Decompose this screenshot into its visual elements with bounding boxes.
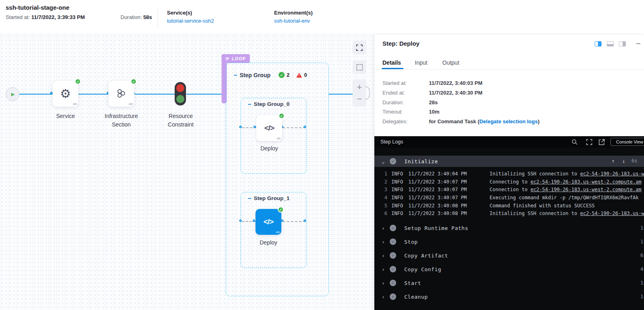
red-light bbox=[176, 84, 184, 92]
log-message: Command finished with status SUCCESS bbox=[490, 202, 595, 210]
log-section-row[interactable]: › ✓ Cleanup 1s bbox=[374, 291, 644, 303]
chevron-down-icon[interactable]: ⌄ bbox=[380, 158, 386, 164]
zoom-in-icon[interactable]: + bbox=[353, 83, 366, 92]
log-line-number: 1 bbox=[379, 170, 387, 178]
pipeline-canvas[interactable]: ▶ ⚙ ✓ </> Service ✓ </> Infrastructure S… bbox=[0, 34, 374, 310]
start-node[interactable]: ▶ bbox=[6, 87, 19, 101]
success-badge-icon: ✓ bbox=[131, 78, 137, 84]
infrastructure-node[interactable]: ✓ </> bbox=[108, 81, 134, 107]
log-message: Connection to ec2-54-190-26-183.us-west-… bbox=[490, 186, 642, 194]
log-level: INFO bbox=[391, 170, 404, 178]
step-group-1-label: Step Group_1 bbox=[254, 195, 290, 201]
step-group-header[interactable]: − Step Group ✓ 2 0 bbox=[234, 72, 307, 78]
log-message: Initializing SSH connection to ec2-54-19… bbox=[490, 170, 644, 178]
collapse-icon[interactable]: − bbox=[234, 72, 237, 78]
log-section-row[interactable]: › ✓ Stop 1s bbox=[374, 236, 644, 248]
flow-line bbox=[19, 94, 53, 95]
log-timestamp: 11/7/2022 3:40:07 PM bbox=[408, 194, 471, 202]
tab-output[interactable]: Output bbox=[442, 59, 459, 66]
step-details-panel: Step: Deploy Details Input Output Starte… bbox=[374, 34, 644, 310]
log-section-row[interactable]: › ✓ Start 1s bbox=[374, 277, 644, 289]
traffic-light-icon[interactable] bbox=[175, 82, 186, 105]
log-sections: › ✓ Setup Runtime Paths 1s › ✓ Stop 1s › bbox=[374, 222, 644, 303]
zoom-out-icon[interactable]: − bbox=[353, 95, 366, 103]
loop-badge[interactable]: ⟳ LOOP bbox=[222, 54, 250, 63]
layout-right-icon[interactable] bbox=[619, 41, 626, 46]
layout-split-icon[interactable] bbox=[595, 41, 602, 46]
section-duration: 4s bbox=[640, 266, 644, 272]
stage-title: ssh-tutorial-stage-one bbox=[6, 4, 70, 11]
console-view-button[interactable]: Console View bbox=[610, 138, 644, 146]
success-badge-icon: ✓ bbox=[278, 207, 284, 213]
canvas-select-button[interactable] bbox=[353, 60, 366, 74]
code-mini-icon: </> bbox=[73, 102, 77, 106]
deploy-node-0[interactable]: </> ✓ </> bbox=[256, 115, 282, 141]
step-logs-title: Step Logs bbox=[380, 139, 403, 145]
step-group-1-header[interactable]: − Step Group_1 bbox=[248, 195, 289, 202]
deploy-node-1-label: Deploy bbox=[250, 238, 287, 247]
green-light bbox=[176, 95, 184, 103]
log-line-number: 5 bbox=[379, 202, 387, 210]
log-section-initialize[interactable]: ⌄ ✓ Initialize ↑ ↓ 6s bbox=[374, 156, 644, 167]
log-section-row[interactable]: › ✓ Copy Artifact 6s bbox=[374, 249, 644, 261]
minimize-icon[interactable] bbox=[636, 43, 640, 44]
log-section-row[interactable]: › ✓ Setup Runtime Paths 1s bbox=[374, 222, 644, 234]
execution-screen: ssh-tutorial-stage-one Started at: 11/7/… bbox=[0, 0, 644, 310]
check-circle-icon: ✓ bbox=[390, 293, 396, 300]
environments-label: Environment(s) bbox=[274, 10, 312, 16]
log-line: 3 INFO 11/7/2022 3:40:07 PM Connection t… bbox=[374, 186, 644, 194]
log-search-icon[interactable] bbox=[572, 139, 578, 147]
detail-row: Duration: 28s bbox=[374, 99, 644, 106]
layout-bottom-icon[interactable] bbox=[607, 41, 614, 46]
code-mini-icon: </> bbox=[129, 102, 133, 106]
chevron-right-icon[interactable]: › bbox=[380, 239, 386, 245]
step-group-status: ✓ 2 0 bbox=[279, 72, 307, 78]
chevron-right-icon[interactable]: › bbox=[380, 280, 386, 286]
connector-dot bbox=[304, 219, 306, 222]
log-expand-icon[interactable] bbox=[586, 139, 592, 147]
log-host-link[interactable]: ec2-54-190-26-183.us-west-2.compute.am bbox=[530, 179, 642, 185]
step-group-0-header[interactable]: − Step Group_0 bbox=[248, 101, 289, 108]
environment-link[interactable]: ssh-tutorial-env bbox=[274, 18, 310, 24]
log-host-link[interactable]: ec2-54-190-26-183.us-west-2.compute.am bbox=[530, 187, 642, 192]
log-level: INFO bbox=[391, 194, 404, 202]
zoom-handle[interactable] bbox=[365, 86, 370, 100]
log-console[interactable]: ⌄ ✓ Initialize ↑ ↓ 6s 1 INFO 11/7/2022 3… bbox=[374, 148, 644, 310]
connector-dot bbox=[253, 126, 256, 128]
connector-dot bbox=[253, 219, 255, 222]
duration: Duration: 58s bbox=[120, 14, 152, 20]
canvas-zoom-control: + − bbox=[353, 79, 366, 107]
tab-input[interactable]: Input bbox=[415, 59, 427, 66]
log-timestamp: 11/7/2022 3:40:07 PM bbox=[408, 186, 471, 194]
code-mini-icon: </> bbox=[276, 230, 280, 234]
log-section-title: Stop bbox=[404, 239, 418, 245]
chevron-right-icon[interactable]: › bbox=[380, 294, 386, 300]
open-in-new-icon[interactable] bbox=[599, 139, 605, 147]
log-lines: 1 INFO 11/7/2022 3:40:04 PM Initializing… bbox=[374, 170, 644, 218]
log-message: Connecting to ec2-54-190-26-183.us-west-… bbox=[490, 178, 642, 186]
arrow-up-icon[interactable]: ↑ bbox=[612, 158, 615, 164]
chevron-right-icon[interactable]: › bbox=[380, 266, 386, 272]
tabs-border bbox=[374, 69, 644, 70]
tab-details[interactable]: Details bbox=[382, 59, 401, 66]
check-circle-icon: ✓ bbox=[390, 252, 396, 259]
log-section-row[interactable]: › ✓ Copy Config 4s bbox=[374, 263, 644, 275]
section-duration: 6s bbox=[640, 253, 644, 258]
chevron-right-icon[interactable]: › bbox=[380, 225, 386, 231]
collapse-icon[interactable]: − bbox=[248, 195, 251, 202]
arrow-down-icon[interactable]: ↓ bbox=[622, 158, 625, 164]
delegate-selection-logs-link[interactable]: Delegate selection logs bbox=[479, 118, 538, 124]
section-duration: 1s bbox=[640, 239, 644, 245]
deploy-node-1-selected[interactable]: </> ✓ </> bbox=[255, 209, 281, 235]
service-link[interactable]: tutorial-service-ssh2 bbox=[167, 18, 214, 24]
service-node[interactable]: ⚙ ✓ </> bbox=[53, 81, 78, 107]
log-timestamp: 11/7/2022 3:40:07 PM bbox=[408, 178, 471, 186]
log-host-link[interactable]: ec2-54-190-26-183.us-w bbox=[580, 211, 644, 216]
section-duration: 1s bbox=[640, 294, 644, 299]
collapse-icon[interactable]: − bbox=[248, 101, 251, 108]
chevron-right-icon[interactable]: › bbox=[380, 253, 386, 259]
detail-row-delegates: Delegates: for Command Task (Delegate se… bbox=[374, 118, 644, 125]
canvas-fullscreen-button[interactable] bbox=[353, 41, 366, 55]
log-host-link[interactable]: ec2-54-190-26-183.us-w bbox=[580, 171, 644, 177]
log-timestamp: 11/7/2022 3:40:04 PM bbox=[408, 170, 471, 178]
